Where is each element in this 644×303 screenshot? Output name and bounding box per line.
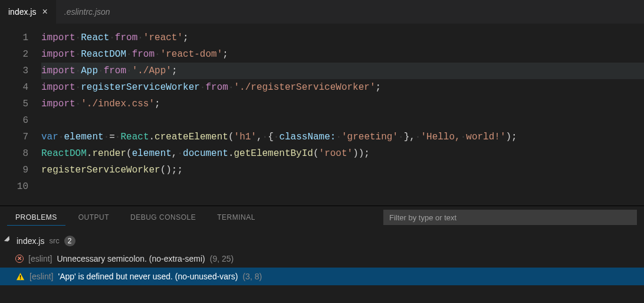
token: from <box>115 32 137 43</box>
token: (); <box>160 165 178 175</box>
token: · <box>75 66 81 76</box>
token: render <box>92 148 126 159</box>
line-number: 1 <box>0 30 28 46</box>
code-line[interactable] <box>41 178 644 195</box>
code-editor[interactable]: 12345678910 import·React·from·'react';im… <box>0 24 644 206</box>
token: 'react' <box>143 32 183 43</box>
token: ( <box>313 148 319 159</box>
code-line[interactable]: ReactDOM.render(element,·document.getEle… <box>41 145 644 162</box>
code-line[interactable]: registerServiceWorker();; <box>41 162 644 178</box>
token: './registerServiceWorker' <box>234 82 375 93</box>
token: import <box>41 66 75 76</box>
warning-icon <box>15 272 25 281</box>
token: ; <box>177 165 183 176</box>
problem-source: [eslint] <box>28 251 52 266</box>
code-line[interactable]: import·'./index.css'; <box>41 96 644 112</box>
problem-message: 'App' is defined but never used. (no-unu… <box>58 269 238 284</box>
line-number: 7 <box>0 129 28 145</box>
panel-tab-debug-console[interactable]: DEBUG CONSOLE <box>122 210 204 226</box>
problem-location: (9, 25) <box>210 251 234 266</box>
problems-file-name: index.js <box>17 233 44 249</box>
token: · <box>415 132 421 142</box>
token: './index.css' <box>81 99 155 109</box>
token: ); <box>506 132 517 142</box>
panel-tab-problems[interactable]: PROBLEMS <box>7 210 65 226</box>
token: import <box>41 82 75 93</box>
problems-file-row[interactable]: index.js src 2 <box>0 232 644 250</box>
code-line[interactable]: import·ReactDOM·from·'react-dom'; <box>41 46 644 63</box>
code-area[interactable]: import·React·from·'react';import·ReactDO… <box>41 30 644 206</box>
token: world!' <box>466 132 505 142</box>
token: React <box>120 132 149 142</box>
token: ReactDOM <box>41 148 87 159</box>
token: registerServiceWorker <box>41 165 160 175</box>
tab-index-js[interactable]: index.js × <box>0 0 56 24</box>
token: React <box>81 32 109 43</box>
token: getElementById <box>234 148 313 159</box>
code-line[interactable]: var·element·=·React.createElement('h1',·… <box>41 129 644 145</box>
problems-filter-input[interactable] <box>383 210 637 225</box>
token: ; <box>222 49 228 60</box>
line-number: 9 <box>0 162 28 178</box>
problem-row[interactable]: [eslint]'App' is defined but never used.… <box>0 268 644 285</box>
token: registerServiceWorker <box>81 82 200 93</box>
problem-row[interactable]: ✕[eslint]Unnecessary semicolon. (no-extr… <box>0 250 644 268</box>
token: · <box>177 148 183 159</box>
token: App <box>81 66 98 77</box>
token: from <box>104 66 126 76</box>
token: { <box>268 132 274 142</box>
token: import <box>41 49 75 60</box>
token: ; <box>376 82 382 93</box>
code-line[interactable]: import·React·from·'react'; <box>41 30 644 46</box>
token: )); <box>353 148 370 159</box>
line-number: 6 <box>0 112 28 129</box>
problems-count-badge: 2 <box>64 236 75 246</box>
token: . <box>228 148 234 159</box>
token: ( <box>126 148 132 159</box>
token: ; <box>172 66 178 76</box>
token: element <box>132 148 172 159</box>
token: = <box>109 132 115 142</box>
token: './App' <box>132 66 172 76</box>
panel-tab-terminal[interactable]: TERMINAL <box>209 210 264 226</box>
token: from <box>205 82 228 93</box>
code-line[interactable] <box>41 112 644 129</box>
close-icon[interactable]: × <box>42 7 47 17</box>
panel-tab-output[interactable]: OUTPUT <box>70 210 117 226</box>
token: ( <box>228 132 234 142</box>
line-number: 2 <box>0 46 28 63</box>
problem-message: Unnecessary semicolon. (no-extra-semi) <box>57 251 205 266</box>
line-number: 10 <box>0 178 28 195</box>
token: from <box>132 49 155 60</box>
token: · <box>104 132 110 142</box>
line-number: 5 <box>0 96 28 112</box>
token: · <box>155 49 160 60</box>
error-icon: ✕ <box>15 255 24 263</box>
token: 'h1' <box>234 132 257 142</box>
tab-eslintrc-json[interactable]: .eslintrc.json <box>56 0 119 24</box>
editor-tabbar: index.js × .eslintrc.json <box>0 0 644 24</box>
token: · <box>274 132 280 142</box>
token: createElement <box>155 132 228 142</box>
token: · <box>75 99 81 109</box>
token: · <box>58 132 64 142</box>
token: var <box>41 132 58 142</box>
code-line[interactable]: import·App·from·'./App'; <box>41 63 644 79</box>
token: 'Hello, <box>420 132 460 142</box>
line-number: 4 <box>0 79 28 96</box>
token: document <box>183 148 228 159</box>
token: · <box>336 132 341 142</box>
token: element <box>64 132 103 142</box>
token: className: <box>279 132 336 142</box>
problems-file-path: src <box>49 233 59 249</box>
code-line[interactable]: import·registerServiceWorker·from·'./reg… <box>41 79 644 96</box>
chevron-down-icon <box>4 236 14 246</box>
token: · <box>126 49 132 60</box>
token: · <box>75 82 81 93</box>
token: · <box>75 49 81 60</box>
token: 'root' <box>319 148 353 159</box>
line-number-gutter: 12345678910 <box>0 30 41 206</box>
token: , <box>409 132 415 142</box>
line-number: 3 <box>0 63 28 79</box>
tab-label: .eslintrc.json <box>64 7 110 17</box>
